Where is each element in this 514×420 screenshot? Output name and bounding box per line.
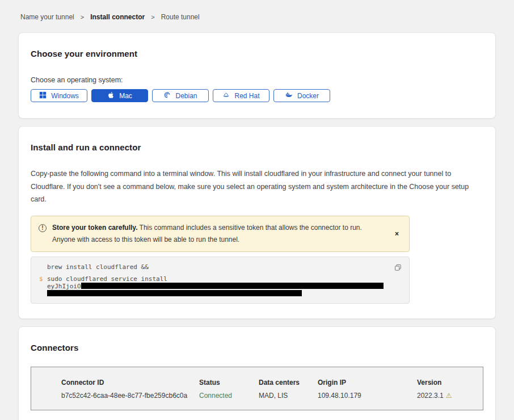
copy-icon[interactable] [393,263,403,274]
breadcrumb: Name your tunnel > Install connector > R… [0,0,514,32]
column-header-data-centers: Data centers [259,379,318,387]
connectors-card: Connectors Connector ID Status Data cent… [18,326,496,420]
connectors-table: Connector ID Status Data centers Origin … [31,367,483,410]
close-icon[interactable]: × [391,228,402,240]
breadcrumb-separator: > [81,14,84,20]
token-warning-lead: Store your token carefully. [52,224,138,232]
os-select-label: Choose an operating system: [31,76,483,84]
redaction-bar [47,290,302,296]
token-warning-banner: ! Store your token carefully. This comma… [31,216,410,252]
code-line-2: $ sudo cloudflared service install [39,276,401,283]
code-line-1: brew install cloudflared && [39,264,401,271]
apple-icon [107,91,115,100]
breadcrumb-route-tunnel[interactable]: Route tunnel [161,13,200,21]
breadcrumb-separator: > [151,14,154,20]
os-button-label: Docker [297,92,319,100]
column-header-version: Version [417,379,471,387]
status-badge: Connected [199,392,259,400]
code-line-4 [39,290,401,297]
breadcrumb-install-connector[interactable]: Install connector [90,13,145,21]
shell-prompt: $ [39,276,47,283]
token-warning-text: Store your token carefully. This command… [52,222,370,246]
column-header-status: Status [199,379,259,387]
version-number: 2022.3.1 [417,392,444,400]
code-gutter [39,283,47,290]
breadcrumb-name-your-tunnel[interactable]: Name your tunnel [20,13,74,21]
os-button-label: Debian [175,92,197,100]
os-button-label: Mac [119,92,132,100]
os-button-mac[interactable]: Mac [91,89,148,102]
code-gutter [39,290,47,297]
redhat-icon [222,91,230,100]
os-button-label: Windows [51,92,79,100]
code-text: brew install cloudflared && [47,264,149,271]
code-text: sudo cloudflared service install [47,276,167,283]
redaction-bar [81,283,384,289]
install-connector-card: Install and run a connector Copy-paste t… [18,126,496,319]
token-prefix: eyJhIjoiO [47,283,81,290]
os-button-windows[interactable]: Windows [31,89,87,102]
os-button-redhat[interactable]: Red Hat [213,89,269,102]
os-button-debian[interactable]: Debian [152,89,209,102]
code-text: eyJhIjoiO [47,283,384,290]
warning-triangle-icon: ⚠ [446,392,452,400]
debian-icon [163,91,171,100]
alert-circle-icon: ! [39,224,47,232]
connector-id-value: b7c52c42-6caa-48ee-8c77-fbe259cb6c0a [61,392,199,400]
choose-environment-card: Choose your environment Choose an operat… [18,32,496,119]
install-command-codeblock: brew install cloudflared && $ sudo cloud… [31,257,410,304]
install-connector-title: Install and run a connector [31,142,483,152]
column-header-origin-ip: Origin IP [318,379,417,387]
os-button-label: Red Hat [234,92,259,100]
windows-icon [39,91,47,100]
install-description: Copy-paste the following command into a … [31,167,483,206]
os-button-row: Windows Mac Debian Red Hat Docker [31,89,483,102]
choose-environment-title: Choose your environment [31,49,483,58]
origin-ip-value: 109.48.10.179 [318,392,417,400]
version-value: 2022.3.1⚠ [417,392,471,400]
code-line-3: eyJhIjoiO [39,283,401,290]
column-header-connector-id: Connector ID [61,379,199,387]
data-centers-value: MAD, LIS [259,392,318,400]
connectors-title: Connectors [31,343,483,352]
os-button-docker[interactable]: Docker [273,89,330,102]
code-gutter [39,264,47,271]
docker-icon [285,91,293,100]
